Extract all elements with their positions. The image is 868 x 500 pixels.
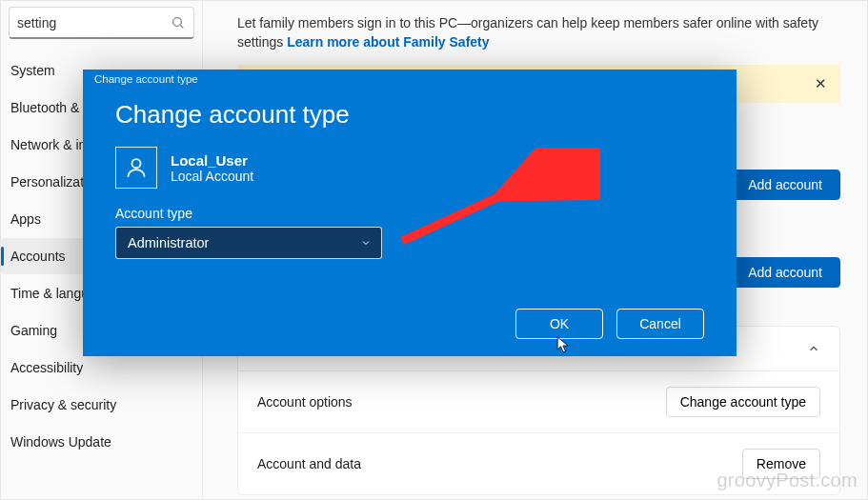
user-avatar: [115, 147, 157, 189]
sidebar-item-label: Windows Update: [10, 434, 111, 450]
sidebar-item-label: System: [10, 63, 55, 78]
account-data-label: Account and data: [257, 456, 361, 471]
ok-button[interactable]: OK: [515, 309, 603, 339]
sidebar-item-label: Gaming: [10, 323, 57, 338]
sidebar-item-label: Privacy & security: [10, 397, 116, 412]
add-account-button[interactable]: Add account: [730, 170, 840, 200]
close-icon[interactable]: ✕: [815, 75, 827, 92]
change-account-type-dialog: Change account type Change account type …: [83, 70, 737, 356]
dialog-heading: Change account type: [115, 100, 704, 130]
sidebar-item-label: Apps: [10, 211, 41, 227]
search-input-wrap[interactable]: [9, 7, 194, 39]
search-input[interactable]: [17, 15, 161, 30]
change-account-type-button[interactable]: Change account type: [666, 387, 820, 417]
svg-line-1: [180, 25, 183, 28]
search-icon: [171, 15, 186, 30]
account-type-select[interactable]: Administrator: [115, 227, 382, 259]
user-account-type: Local Account: [171, 169, 253, 184]
selected-account-type: Administrator: [128, 235, 209, 250]
user-name: Local_User: [171, 152, 253, 169]
add-account-button[interactable]: Add account: [730, 257, 840, 288]
cancel-button[interactable]: Cancel: [616, 309, 704, 339]
account-options-label: Account options: [257, 394, 353, 410]
dialog-titlebar: Change account type: [83, 70, 737, 92]
person-icon: [124, 155, 149, 180]
remove-account-button[interactable]: Remove: [742, 449, 820, 479]
cursor-icon: [556, 336, 570, 355]
sidebar-item-label: Accessibility: [10, 360, 83, 375]
sidebar-item-windows-update[interactable]: Windows Update: [1, 424, 196, 460]
sidebar-item-label: Accounts: [10, 249, 66, 264]
chevron-down-icon: [360, 237, 372, 249]
svg-point-2: [131, 159, 140, 168]
svg-point-0: [173, 17, 182, 26]
family-intro: Let family members sign in to this PC—or…: [237, 14, 840, 51]
sidebar-item-privacy[interactable]: Privacy & security: [1, 387, 196, 423]
family-safety-link[interactable]: Learn more about Family Safety: [287, 34, 489, 50]
account-type-label: Account type: [115, 206, 704, 221]
chevron-up-icon: [807, 342, 820, 355]
